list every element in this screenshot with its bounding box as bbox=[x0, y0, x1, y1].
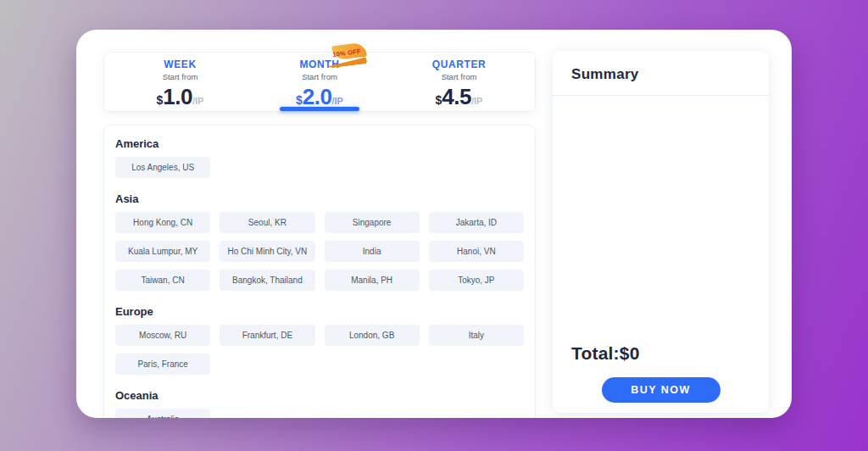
region-heading-oceania: Oceania bbox=[115, 389, 524, 402]
summary-empty-area bbox=[553, 96, 769, 343]
tab-week-startfrom: Start from bbox=[117, 73, 244, 81]
tab-quarter-label: QUARTER bbox=[396, 58, 523, 70]
summary-total: Total:$0 bbox=[553, 343, 769, 364]
active-tab-underline bbox=[280, 107, 359, 111]
tab-week[interactable]: WEEK Start from $1.0/IP bbox=[117, 53, 244, 111]
region-heading-europe: Europe bbox=[115, 305, 524, 318]
tab-month-startfrom: Start from bbox=[256, 73, 383, 81]
page-background: { "tabs": [ { "label": "WEEK", "start_fr… bbox=[0, 0, 868, 451]
discount-badge-label: 10% OFF bbox=[329, 47, 365, 58]
tab-month-label: MONTH bbox=[256, 58, 383, 70]
location-chip[interactable]: Jakarta, ID bbox=[429, 212, 524, 233]
location-chip[interactable]: Ho Chi Minh City, VN bbox=[220, 241, 314, 262]
summary-panel: Summary Total:$0 BUY NOW bbox=[553, 51, 769, 413]
total-label: Total: bbox=[571, 343, 620, 363]
region-grid-asia: Hong Kong, CN Seoul, KR Singapore Jakart… bbox=[115, 212, 524, 291]
billing-period-tabs: WEEK Start from $1.0/IP 10% OFF MONTH St… bbox=[103, 52, 536, 112]
region-heading-asia: Asia bbox=[115, 192, 524, 205]
location-chip[interactable]: Los Angeles, US bbox=[115, 157, 210, 178]
location-chip[interactable]: Bangkok, Thailand bbox=[220, 270, 314, 291]
location-chip[interactable]: Seoul, KR bbox=[220, 212, 314, 233]
location-chip[interactable]: Hanoi, VN bbox=[429, 241, 524, 262]
location-chip[interactable]: London, GB bbox=[325, 325, 420, 346]
buy-now-button[interactable]: BUY NOW bbox=[602, 377, 721, 403]
location-chip[interactable]: Taiwan, CN bbox=[115, 270, 210, 291]
region-grid-europe: Moscow, RU Frankfurt, DE London, GB Ital… bbox=[115, 325, 524, 375]
tab-quarter-startfrom: Start from bbox=[396, 73, 523, 81]
location-chip[interactable]: Manila, PH bbox=[325, 270, 420, 291]
pricing-card: WEEK Start from $1.0/IP 10% OFF MONTH St… bbox=[76, 30, 792, 418]
location-chip[interactable]: Kuala Lumpur, MY bbox=[115, 241, 210, 262]
total-value: $0 bbox=[620, 343, 640, 363]
location-chip[interactable]: Tokyo, JP bbox=[429, 270, 524, 291]
location-chip[interactable]: Moscow, RU bbox=[115, 325, 210, 346]
region-grid-oceania: Australia bbox=[115, 409, 524, 418]
tab-quarter-price: $4.5/IP bbox=[396, 85, 523, 113]
location-chip[interactable]: Italy bbox=[429, 325, 524, 346]
location-chip[interactable]: Singapore bbox=[325, 212, 420, 233]
region-grid-america: Los Angeles, US bbox=[115, 157, 524, 178]
location-chip[interactable]: India bbox=[325, 241, 420, 262]
tab-week-label: WEEK bbox=[117, 58, 244, 70]
locations-panel: America Los Angeles, US Asia Hong Kong, … bbox=[103, 125, 536, 418]
location-chip[interactable]: Frankfurt, DE bbox=[220, 325, 314, 346]
tab-week-price: $1.0/IP bbox=[117, 85, 244, 113]
location-chip[interactable]: Hong Kong, CN bbox=[115, 212, 210, 233]
location-chip[interactable]: Australia bbox=[115, 409, 210, 418]
location-chip[interactable]: Paris, France bbox=[115, 354, 210, 375]
region-heading-america: America bbox=[115, 137, 524, 150]
tab-month[interactable]: 10% OFF MONTH Start from $2.0/IP bbox=[256, 53, 383, 111]
tab-quarter[interactable]: QUARTER Start from $4.5/IP bbox=[396, 53, 523, 111]
summary-title: Summary bbox=[553, 51, 769, 95]
